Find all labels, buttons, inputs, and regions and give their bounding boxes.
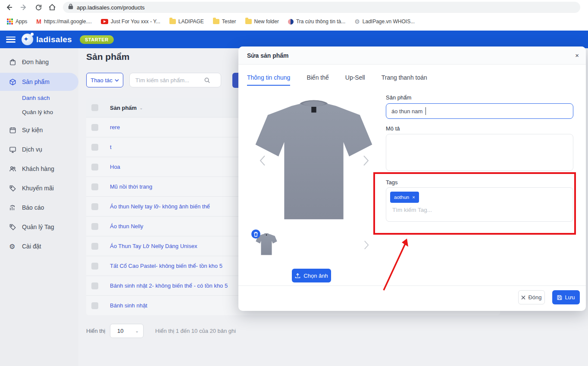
close-button[interactable]: Đóng [518, 290, 545, 304]
column-header-product[interactable]: Sản phẩm [110, 105, 137, 111]
bookmark-apps[interactable]: Apps [7, 19, 27, 25]
folder-icon [245, 19, 252, 24]
gear-icon: ⚙ [354, 18, 360, 25]
folder-icon [169, 19, 176, 24]
actions-dropdown-button[interactable]: Thao tác [86, 73, 123, 87]
product-link[interactable]: Áo Thun Tay Lỡ Nelly Dáng Unisex [110, 243, 197, 249]
row-checkbox[interactable] [91, 223, 98, 230]
gear-icon: ⚙ [9, 242, 17, 251]
row-checkbox[interactable] [91, 164, 98, 171]
tag-search-input[interactable] [388, 207, 517, 213]
delete-image-badge[interactable] [251, 230, 260, 239]
product-link[interactable]: rere [110, 124, 120, 130]
ladisales-logo-icon[interactable]: ✦ [22, 34, 33, 45]
package-icon [9, 78, 17, 86]
create-product-button-partial[interactable] [232, 73, 239, 88]
product-name-input[interactable] [386, 103, 573, 119]
row-checkbox[interactable] [91, 302, 98, 309]
bookmarks-bar: Apps M https://mail.google.... Just For … [0, 15, 588, 28]
remove-tag-icon[interactable]: × [412, 195, 415, 200]
bookmark-youtube[interactable]: Just For You xxx - Y... [101, 19, 160, 25]
product-form: Sản phẩm Mô tả Tags aothun × [386, 94, 574, 101]
row-checkbox[interactable] [91, 183, 98, 190]
sidebar-item-services[interactable]: Dịch vụ [0, 143, 78, 155]
sidebar-item-events[interactable]: Sự kiện [0, 124, 78, 136]
product-link[interactable]: Hoa [110, 164, 120, 170]
tab-variants[interactable]: Biến thể [307, 74, 328, 86]
address-bar[interactable]: app.ladisales.com/products [63, 2, 580, 13]
tab-general-info[interactable]: Thông tin chung [247, 74, 290, 86]
product-link[interactable]: Tất Cổ Cao Pastel- không biến thể- tồn k… [110, 263, 222, 269]
bookmark-gmail[interactable]: M https://mail.google.... [36, 18, 91, 25]
sidebar-item-products[interactable]: Sản phẩm [0, 73, 78, 91]
sidebar-subitem-quan-ly-kho[interactable]: Quản lý kho [22, 109, 53, 115]
description-textarea[interactable] [386, 134, 573, 171]
product-link[interactable]: Bánh sinh nhật 2- không biến thể - có tồ… [110, 282, 228, 289]
home-icon[interactable] [47, 3, 57, 12]
lock-icon [68, 3, 73, 11]
tshirt-image [252, 95, 375, 225]
product-link[interactable]: Áo thun Nelly tay lỡ- không ảnh biến thể [110, 203, 210, 210]
chart-icon [9, 204, 17, 211]
thumbnail-next-icon[interactable] [363, 240, 369, 251]
page-title: Sản phẩm [86, 52, 129, 62]
sidebar-item-promotions[interactable]: Khuyến mãi [0, 182, 78, 194]
description-label: Mô tả [386, 125, 400, 132]
tab-upsell[interactable]: Up-Sell [345, 74, 365, 86]
row-checkbox[interactable] [91, 144, 98, 151]
row-checkbox[interactable] [91, 243, 98, 250]
reload-icon[interactable] [34, 3, 43, 12]
row-checkbox[interactable] [91, 124, 98, 131]
product-image [252, 95, 375, 225]
edit-product-modal: Sửa sản phẩm × Thông tin chung Biến thể … [238, 47, 586, 311]
sort-caret-icon[interactable]: ⌄ [139, 105, 143, 110]
bookmark-tra-cuu[interactable]: Tra cứu thông tin tà... [288, 19, 345, 25]
url-text: app.ladisales.com/products [77, 4, 145, 11]
x-icon [521, 295, 525, 300]
product-link[interactable]: Mũ nồi thời trang [110, 183, 152, 190]
bookmark-ladipage[interactable]: LADIPAGE [169, 19, 204, 25]
row-checkbox[interactable] [91, 203, 98, 210]
select-all-checkbox[interactable] [91, 104, 98, 111]
product-link[interactable]: t [110, 144, 112, 150]
sidebar-item-tag-management[interactable]: Quản lý Tag [0, 221, 78, 233]
product-link[interactable]: Áo thun Nelly [110, 223, 143, 230]
menu-icon[interactable] [6, 37, 16, 43]
search-icon[interactable] [204, 77, 210, 84]
sidebar-item-orders[interactable]: Đơn hàng [0, 56, 78, 68]
modal-title: Sửa sản phẩm [247, 52, 289, 59]
carousel-prev-icon[interactable] [259, 155, 266, 168]
tag-chip[interactable]: aothun × [390, 192, 419, 203]
bookmark-tester[interactable]: Tester [213, 19, 236, 25]
modal-header: Sửa sản phẩm × [238, 47, 586, 65]
brand-name: ladisales [36, 35, 72, 44]
choose-image-button[interactable]: Chọn ảnh [292, 269, 331, 282]
tag-icon [9, 185, 17, 192]
product-link[interactable]: Bánh sinh nhật [110, 302, 147, 309]
bookmark-new-folder[interactable]: New folder [245, 19, 279, 25]
sidebar: Đơn hàng Sản phẩm Danh sách Quản lý kho … [0, 48, 78, 366]
tags-box[interactable]: aothun × [386, 187, 573, 222]
sidebar-item-reports[interactable]: Báo cáo [0, 202, 78, 214]
upload-icon [295, 273, 300, 279]
forward-icon[interactable] [19, 3, 28, 12]
search-input[interactable] [130, 77, 204, 84]
carousel-next-icon[interactable] [363, 155, 369, 168]
monitor-icon [9, 146, 17, 153]
row-checkbox[interactable] [91, 263, 98, 270]
back-icon[interactable] [4, 3, 14, 12]
apps-grid-icon [7, 19, 13, 25]
save-button[interactable]: Lưu [552, 290, 580, 304]
close-icon[interactable]: × [575, 52, 579, 59]
sidebar-item-settings[interactable]: ⚙ Cài đặt [0, 240, 78, 252]
bookmark-whois[interactable]: ⚙ LadIPage.vn WHOIS... [354, 18, 415, 25]
sidebar-subitem-danh-sach[interactable]: Danh sách [22, 95, 50, 101]
page-size-select[interactable]: 10 ⌄ [110, 324, 144, 338]
save-disk-icon [557, 295, 562, 300]
trash-icon [253, 232, 258, 237]
sidebar-item-customers[interactable]: Khách hàng [0, 163, 78, 175]
product-search [129, 73, 221, 87]
tab-checkout-page[interactable]: Trang thanh toán [382, 74, 427, 86]
plan-badge: STARTER [80, 35, 114, 44]
row-checkbox[interactable] [91, 282, 98, 289]
